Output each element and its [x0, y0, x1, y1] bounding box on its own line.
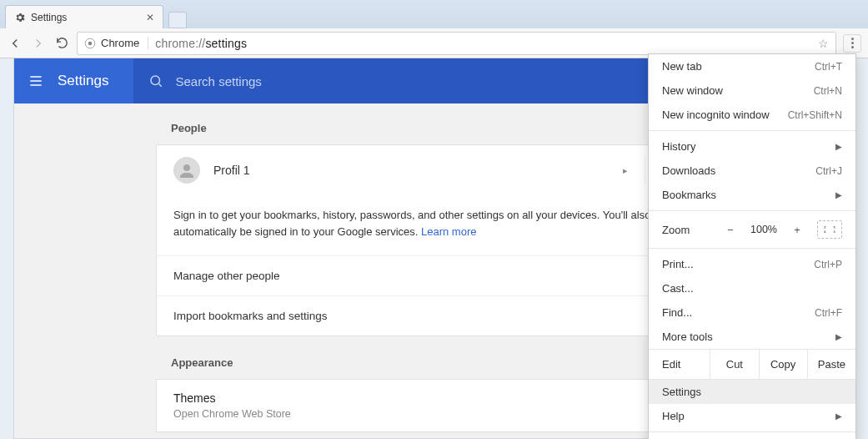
section-title-people: People	[171, 122, 723, 134]
menu-help[interactable]: Help ▶	[649, 404, 855, 428]
gear-icon	[14, 12, 26, 23]
help-text-body: Sign in to get your bookmarks, history, …	[173, 209, 650, 238]
signin-help-text: Sign in to get your bookmarks, history, …	[157, 195, 722, 255]
menu-shortcut: Ctrl+N	[814, 85, 842, 97]
themes-row[interactable]: Themes Open Chrome Web Store	[156, 379, 723, 432]
url-prefix: chrome://	[155, 37, 205, 50]
search-input[interactable]	[175, 74, 392, 88]
menu-label: New tab	[662, 60, 702, 73]
browser-menu: New tab Ctrl+T New window Ctrl+N New inc…	[648, 53, 856, 439]
themes-sublabel: Open Chrome Web Store	[173, 408, 291, 420]
cut-button[interactable]: Cut	[710, 350, 758, 379]
fullscreen-button[interactable]	[817, 220, 842, 239]
close-tab-icon[interactable]: ✕	[146, 12, 154, 23]
menu-shortcut: Ctrl+J	[815, 165, 842, 177]
chevron-right-icon: ▸	[606, 165, 645, 176]
edit-label: Edit	[649, 350, 710, 379]
import-row[interactable]: Import bookmarks and settings	[157, 295, 722, 336]
menu-print[interactable]: Print... Ctrl+P	[649, 252, 855, 276]
menu-new-incognito[interactable]: New incognito window Ctrl+Shift+N	[649, 103, 855, 127]
url-text: chrome://settings	[155, 37, 247, 50]
menu-label: More tools	[662, 331, 713, 343]
menu-find[interactable]: Find... Ctrl+F	[649, 300, 855, 325]
chevron-right-icon: ▶	[835, 190, 842, 199]
search-icon	[148, 73, 163, 88]
menu-label: Bookmarks	[662, 189, 716, 201]
menu-settings[interactable]: Settings	[649, 380, 855, 404]
back-button[interactable]	[7, 35, 23, 52]
site-chip: Chrome	[84, 37, 148, 49]
svg-point-3	[183, 164, 190, 171]
themes-label: Themes	[173, 391, 291, 405]
new-tab-button[interactable]	[168, 12, 187, 28]
svg-point-1	[88, 41, 93, 45]
settings-content: People Profil 1 ▸ SIGN IN Sign in to get…	[156, 103, 723, 432]
section-title-appearance: Appearance	[171, 356, 723, 369]
menu-label: Cast...	[662, 282, 694, 295]
import-label: Import bookmarks and settings	[173, 310, 328, 322]
people-card: Profil 1 ▸ SIGN IN Sign in to get your b…	[156, 144, 723, 336]
menu-exit[interactable]: Exit Ctrl+Shift+Q	[649, 436, 855, 439]
manage-people-label: Manage other people	[173, 270, 280, 282]
menu-label: New incognito window	[662, 108, 770, 121]
chevron-right-icon: ▶	[835, 142, 842, 151]
tab-title: Settings	[31, 12, 146, 23]
tab-strip: Settings ✕	[0, 0, 868, 28]
zoom-in-button[interactable]: +	[785, 219, 809, 240]
menu-shortcut: Ctrl+P	[814, 259, 842, 270]
svg-point-2	[151, 76, 160, 85]
manage-people-row[interactable]: Manage other people	[157, 255, 722, 295]
chevron-right-icon: ▶	[835, 332, 842, 341]
browser-tab[interactable]: Settings ✕	[5, 5, 163, 28]
menu-cast[interactable]: Cast...	[649, 276, 855, 300]
menu-label: New window	[662, 84, 723, 97]
copy-button[interactable]: Copy	[759, 350, 807, 379]
zoom-label: Zoom	[662, 224, 715, 236]
avatar-icon	[173, 157, 200, 184]
menu-icon[interactable]	[14, 73, 58, 89]
menu-shortcut: Ctrl+T	[815, 61, 842, 73]
menu-more-tools[interactable]: More tools ▶	[649, 325, 855, 349]
menu-label: Downloads	[662, 164, 715, 177]
menu-edit-row: Edit Cut Copy Paste	[649, 349, 855, 380]
url-path: settings	[205, 37, 247, 50]
menu-shortcut: Ctrl+F	[815, 307, 842, 319]
menu-label: Settings	[662, 386, 701, 398]
menu-new-tab[interactable]: New tab Ctrl+T	[649, 54, 855, 78]
menu-new-window[interactable]: New window Ctrl+N	[649, 78, 855, 103]
profile-row[interactable]: Profil 1 ▸ SIGN IN	[157, 145, 722, 195]
bookmark-star-icon[interactable]: ☆	[818, 37, 829, 50]
chrome-icon	[84, 38, 96, 49]
zoom-value: 100%	[745, 224, 782, 235]
menu-downloads[interactable]: Downloads Ctrl+J	[649, 159, 855, 183]
menu-label: Find...	[662, 306, 692, 319]
menu-label: Help	[662, 410, 685, 422]
paste-button[interactable]: Paste	[807, 350, 855, 379]
profile-name: Profil 1	[213, 164, 606, 177]
menu-bookmarks[interactable]: Bookmarks ▶	[649, 183, 855, 207]
omnibox[interactable]: Chrome chrome://settings ☆	[77, 32, 836, 55]
menu-shortcut: Ctrl+Shift+N	[788, 109, 842, 121]
menu-label: History	[662, 140, 695, 153]
reload-button[interactable]	[53, 35, 70, 52]
menu-zoom: Zoom − 100% +	[649, 214, 855, 245]
chevron-right-icon: ▶	[835, 411, 842, 421]
site-chip-label: Chrome	[101, 37, 139, 49]
page-title: Settings	[58, 73, 133, 89]
menu-label: Print...	[662, 258, 694, 270]
learn-more-link[interactable]: Learn more	[421, 225, 476, 238]
zoom-out-button[interactable]: −	[719, 219, 742, 240]
browser-menu-button[interactable]	[843, 34, 861, 53]
menu-history[interactable]: History ▶	[649, 134, 855, 159]
forward-button[interactable]	[30, 35, 47, 52]
